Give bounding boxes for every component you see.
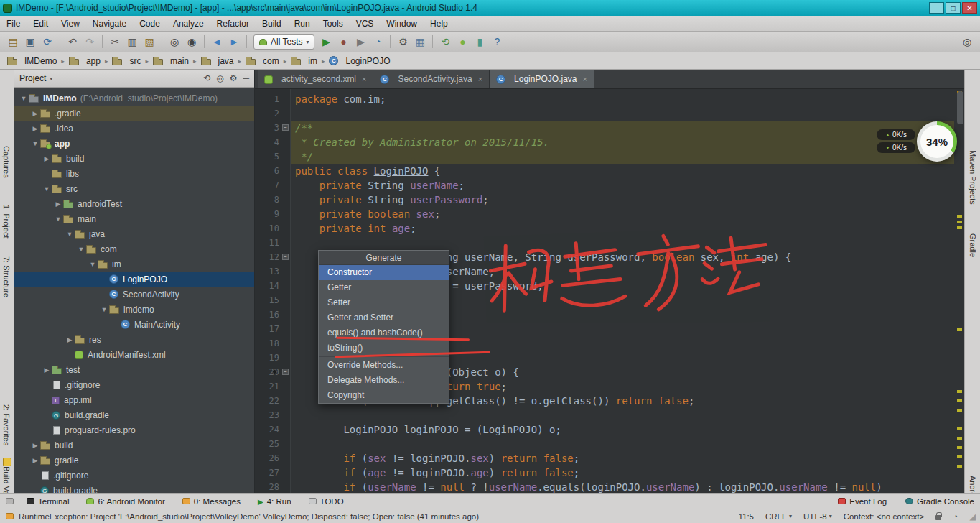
profiler-icon[interactable]: ◔ <box>369 34 386 50</box>
tree-item-app[interactable]: ▼app <box>14 136 254 151</box>
minimize-button[interactable]: – <box>929 2 944 14</box>
tool-button-0--messages[interactable]: 0: Messages <box>182 497 241 506</box>
tree-item--gitignore[interactable]: .gitignore <box>14 377 254 392</box>
context-selector[interactable]: Context: <no context> <box>844 512 925 521</box>
tree-item-androidtest[interactable]: ▶androidTest <box>14 196 254 211</box>
tool-button-gradle-console[interactable]: Gradle Console <box>905 497 974 506</box>
menu-window[interactable]: Window <box>380 16 424 32</box>
collapsed-arrow-icon[interactable]: ▶ <box>65 336 75 343</box>
editor-scrollbar[interactable] <box>957 91 963 124</box>
tool-window-switcher-icon[interactable] <box>6 498 14 504</box>
synchronize-icon[interactable]: ⟳ <box>39 34 56 50</box>
generate-item-getter[interactable]: Getter <box>319 280 449 295</box>
tool-strip-maven-projects[interactable]: Maven Projects <box>969 150 977 205</box>
tab-activity-second-xml[interactable]: activity_second.xml× <box>258 70 373 88</box>
tree-item-main[interactable]: ▼main <box>14 211 254 226</box>
tree-item-loginpojo[interactable]: CLoginPOJO <box>14 272 254 287</box>
settings-gear-icon[interactable]: ⚙ <box>230 73 238 83</box>
expanded-arrow-icon[interactable]: ▼ <box>76 246 86 253</box>
tree-item-gradle[interactable]: ▶gradle <box>14 453 254 468</box>
menu-analyze[interactable]: Analyze <box>167 16 210 32</box>
help-icon[interactable]: ? <box>488 34 505 50</box>
cut-icon[interactable]: ✂ <box>106 34 123 50</box>
fold-marker-icon[interactable]: − <box>282 124 289 131</box>
breadcrumb-com[interactable]: com <box>244 56 281 66</box>
collapsed-arrow-icon[interactable]: ▶ <box>30 125 40 132</box>
tool-strip----structure[interactable]: 7: Structure <box>2 256 11 297</box>
error-stripe-mark[interactable] <box>957 437 962 440</box>
dial-icon[interactable]: ◔ <box>953 512 958 521</box>
tree-item-imdemo[interactable]: ▼imdemo <box>14 302 254 317</box>
generate-item-delegate-methods---[interactable]: Delegate Methods... <box>319 373 449 388</box>
menu-view[interactable]: View <box>55 16 86 32</box>
fold-marker-icon[interactable]: − <box>282 369 289 375</box>
collapsed-arrow-icon[interactable]: ▶ <box>30 110 40 117</box>
expanded-arrow-icon[interactable]: ▼ <box>88 261 98 268</box>
nav-forward-icon[interactable]: ► <box>225 34 243 50</box>
sync-gradle-icon[interactable]: ⟲ <box>437 34 454 50</box>
notification-icon[interactable] <box>6 513 14 519</box>
tree-item-imdemo[interactable]: ▼IMDemo (F:\Android_studio\Project\IMDem… <box>14 91 254 106</box>
menu-tools[interactable]: Tools <box>317 16 350 32</box>
collapsed-arrow-icon[interactable]: ▶ <box>42 366 52 374</box>
paste-icon[interactable]: ▧ <box>141 34 158 50</box>
expanded-arrow-icon[interactable]: ▼ <box>65 231 75 238</box>
error-stripe-mark[interactable] <box>957 226 962 229</box>
menu-refactor[interactable]: Refactor <box>210 16 256 32</box>
error-stripe-mark[interactable] <box>957 465 962 468</box>
menu-edit[interactable]: Edit <box>27 16 55 32</box>
project-structure-icon[interactable]: ▦ <box>411 34 429 50</box>
tool-button-4--run[interactable]: ▶4: Run <box>258 497 291 506</box>
breadcrumb-app[interactable]: app <box>67 56 102 66</box>
menu-vcs[interactable]: VCS <box>350 16 381 32</box>
tree-item-test[interactable]: ▶test <box>14 362 254 377</box>
replace-icon[interactable]: ◉ <box>183 34 200 50</box>
generate-item-getter-and-setter[interactable]: Getter and Setter <box>319 310 449 325</box>
close-tab-icon[interactable]: × <box>362 75 366 83</box>
close-tab-icon[interactable]: × <box>582 75 587 83</box>
tool-button-terminal[interactable]: Terminal <box>27 497 69 506</box>
error-stripe-mark[interactable] <box>957 455 962 458</box>
tree-item-com[interactable]: ▼com <box>14 241 254 256</box>
tree-item-app-iml[interactable]: iapp.iml <box>14 392 254 407</box>
expanded-arrow-icon[interactable]: ▼ <box>19 95 29 102</box>
tree-item--gitignore[interactable]: .gitignore <box>14 468 254 483</box>
settings-icon[interactable]: ⚙ <box>394 34 411 50</box>
tree-item-build[interactable]: ▶build <box>14 151 254 166</box>
line-separator-selector[interactable]: CRLF▾ <box>765 512 792 521</box>
generate-item-constructor[interactable]: Constructor <box>319 265 449 280</box>
maximize-button[interactable]: □ <box>946 2 961 14</box>
tree-item-mainactivity[interactable]: CMainActivity <box>14 317 254 332</box>
breadcrumb-loginpojo[interactable]: CLoginPOJO <box>327 56 391 66</box>
expanded-arrow-icon[interactable]: ▼ <box>53 216 63 223</box>
expanded-arrow-icon[interactable]: ▼ <box>42 185 52 193</box>
nav-back-icon[interactable]: ◄ <box>208 34 225 50</box>
caret-position[interactable]: 11:5 <box>738 512 754 521</box>
encoding-selector[interactable]: UTF-8▾ <box>803 512 832 521</box>
fold-marker-icon[interactable]: − <box>282 254 289 260</box>
tree-item-proguard-rules-pro[interactable]: proguard-rules.pro <box>14 422 254 438</box>
menu-code[interactable]: Code <box>133 16 167 32</box>
breadcrumb-imdemo[interactable]: IMDemo <box>6 56 58 66</box>
close-tab-icon[interactable]: × <box>478 75 482 83</box>
error-stripe-mark[interactable] <box>957 399 962 402</box>
tool-strip----favorites[interactable]: 2: Favorites <box>2 404 11 445</box>
tree-item--gradle[interactable]: ▶.gradle <box>14 106 254 121</box>
error-stripe-mark[interactable] <box>957 390 962 393</box>
tool-button-6--android-monitor[interactable]: 6: Android Monitor <box>86 497 164 506</box>
collapsed-arrow-icon[interactable]: ▶ <box>53 200 63 208</box>
error-stripe-mark[interactable] <box>957 446 962 449</box>
tree-item-build-gradle[interactable]: Gbuild.gradle <box>14 407 254 422</box>
project-panel-title[interactable]: Project <box>19 73 46 83</box>
breadcrumb-im[interactable]: im <box>289 56 319 66</box>
tab-loginpojo-java[interactable]: CLoginPOJO.java× <box>490 70 594 88</box>
scroll-to-source-icon[interactable]: ◎ <box>216 73 223 83</box>
error-stripe-mark[interactable] <box>957 221 962 223</box>
run-coverage-icon[interactable]: ▶ <box>352 34 369 50</box>
error-stripe-mark[interactable] <box>957 427 962 430</box>
menu-file[interactable]: File <box>0 16 27 32</box>
tool-strip-gradle[interactable]: Gradle <box>969 233 977 257</box>
hide-panel-icon[interactable]: ─ <box>243 73 249 83</box>
copy-icon[interactable]: ▥ <box>123 34 141 50</box>
menu-help[interactable]: Help <box>424 16 454 32</box>
